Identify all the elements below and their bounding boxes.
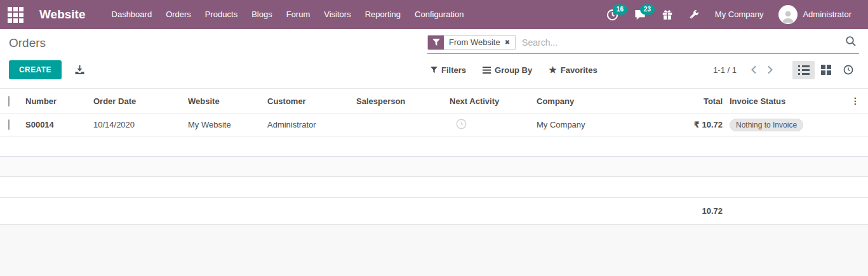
- menu-item-blogs[interactable]: Blogs: [244, 0, 279, 29]
- control-panel-buttons: CREATE Filters Group By ★ Favorites 1-1 …: [0, 57, 868, 82]
- cell-number[interactable]: S00014: [25, 114, 93, 136]
- table-row[interactable]: S00014 10/14/2020 My Website Administrat…: [0, 114, 868, 136]
- view-switcher: [792, 61, 859, 79]
- header-customer[interactable]: Customer: [267, 89, 356, 114]
- apps-menu-button[interactable]: [0, 0, 30, 29]
- header-invoice-status[interactable]: Invoice Status: [724, 89, 851, 114]
- header-salesperson[interactable]: Salesperson: [356, 89, 450, 114]
- activity-view-button[interactable]: [837, 61, 859, 79]
- cell-website[interactable]: My Website: [188, 114, 267, 136]
- person-icon: [780, 8, 796, 24]
- kanban-view-button[interactable]: [815, 61, 837, 79]
- row-checkbox[interactable]: [8, 119, 10, 130]
- menu-item-products[interactable]: Products: [198, 0, 244, 29]
- main-menu: Dashboard Orders Products Blogs Forum Vi…: [105, 0, 471, 29]
- filters-funnel-icon: [431, 67, 437, 74]
- list-view-button[interactable]: [792, 61, 815, 79]
- pager-and-views: 1-1 / 1: [713, 61, 859, 79]
- cell-customer[interactable]: Administrator: [267, 114, 356, 136]
- menu-item-orders[interactable]: Orders: [159, 0, 198, 29]
- cell-next-activity[interactable]: [450, 114, 537, 136]
- breadcrumb-page-title: Orders: [9, 36, 46, 50]
- user-menu[interactable]: Administrator: [771, 0, 859, 29]
- top-navbar: Website Dashboard Orders Products Blogs …: [0, 0, 868, 29]
- empty-row: [0, 156, 868, 176]
- search-options: Filters Group By ★ Favorites: [431, 65, 598, 75]
- header-number[interactable]: Number: [25, 89, 93, 114]
- search-facet-from-website[interactable]: From Website ✖: [427, 35, 516, 50]
- favorites-menu-button[interactable]: ★ Favorites: [549, 65, 597, 75]
- optional-columns-icon[interactable]: ⋮: [851, 96, 860, 106]
- menu-item-configuration[interactable]: Configuration: [408, 0, 471, 29]
- orders-list-view: Number Order Date Website Customer Sales…: [0, 88, 868, 224]
- user-avatar: [778, 5, 798, 24]
- chevron-left-icon: [751, 65, 757, 74]
- select-all-checkbox[interactable]: [8, 96, 10, 107]
- company-switcher[interactable]: My Company: [707, 0, 771, 29]
- group-by-menu-button[interactable]: Group By: [483, 65, 532, 75]
- menu-item-dashboard[interactable]: Dashboard: [105, 0, 159, 29]
- favorites-star-icon: ★: [549, 65, 557, 75]
- invoice-status-badge: Nothing to Invoice: [730, 119, 803, 131]
- filters-menu-button[interactable]: Filters: [431, 65, 466, 75]
- empty-row: [0, 176, 868, 197]
- messages-button[interactable]: 23: [626, 0, 654, 29]
- referral-button[interactable]: [654, 0, 681, 29]
- list-view-icon: [798, 65, 810, 75]
- tools-button[interactable]: [681, 0, 707, 29]
- navbar-systray: 16 23 My Company Administrator: [599, 0, 859, 29]
- wrench-icon: [688, 9, 700, 20]
- empty-row: [0, 136, 868, 156]
- export-button[interactable]: [74, 65, 85, 75]
- cell-invoice-status[interactable]: Nothing to Invoice: [724, 114, 851, 136]
- table-header-row: Number Order Date Website Customer Sales…: [0, 89, 868, 114]
- header-order-date[interactable]: Order Date: [93, 89, 188, 114]
- filter-funnel-icon: [428, 36, 444, 49]
- menu-item-forum[interactable]: Forum: [279, 0, 317, 29]
- pager-previous-button[interactable]: [745, 63, 762, 77]
- download-icon: [74, 65, 85, 75]
- kanban-view-icon: [821, 65, 831, 75]
- gift-icon: [662, 9, 673, 21]
- menu-item-reporting[interactable]: Reporting: [358, 0, 408, 29]
- activity-clock-icon: [843, 65, 853, 75]
- header-company[interactable]: Company: [537, 89, 660, 114]
- search-input[interactable]: [516, 37, 843, 48]
- header-total[interactable]: Total: [660, 89, 724, 114]
- cell-company[interactable]: My Company: [537, 114, 660, 136]
- search-bar: From Website ✖: [427, 32, 859, 54]
- activities-count-badge: 16: [613, 4, 627, 15]
- menu-item-visitors[interactable]: Visitors: [317, 0, 357, 29]
- create-button[interactable]: CREATE: [9, 60, 62, 79]
- header-website[interactable]: Website: [188, 89, 267, 114]
- next-activity-clock-icon[interactable]: [456, 119, 467, 129]
- cell-total[interactable]: ₹ 10.72: [660, 114, 724, 136]
- messages-count-badge: 23: [640, 4, 655, 15]
- facet-remove-icon[interactable]: ✖: [505, 39, 510, 46]
- chevron-right-icon: [767, 65, 773, 74]
- pager-next-button[interactable]: [762, 63, 778, 77]
- page-background: [0, 224, 868, 276]
- cell-salesperson[interactable]: [356, 114, 450, 136]
- table-footer-row: 10.72: [0, 197, 868, 224]
- header-next-activity[interactable]: Next Activity: [450, 89, 537, 114]
- search-icon[interactable]: [843, 36, 859, 49]
- facet-label: From Website: [449, 37, 500, 47]
- control-panel-top: Orders From Website ✖: [0, 29, 868, 57]
- user-name-label: Administrator: [803, 0, 851, 29]
- activities-button[interactable]: 16: [599, 0, 626, 29]
- pager-counter: 1-1 / 1: [713, 65, 737, 75]
- app-brand-title[interactable]: Website: [39, 8, 86, 22]
- footer-total-sum: 10.72: [660, 197, 724, 224]
- apps-grid-icon: [8, 7, 23, 23]
- group-by-bars-icon: [483, 67, 491, 74]
- cell-order-date[interactable]: 10/14/2020: [93, 114, 188, 136]
